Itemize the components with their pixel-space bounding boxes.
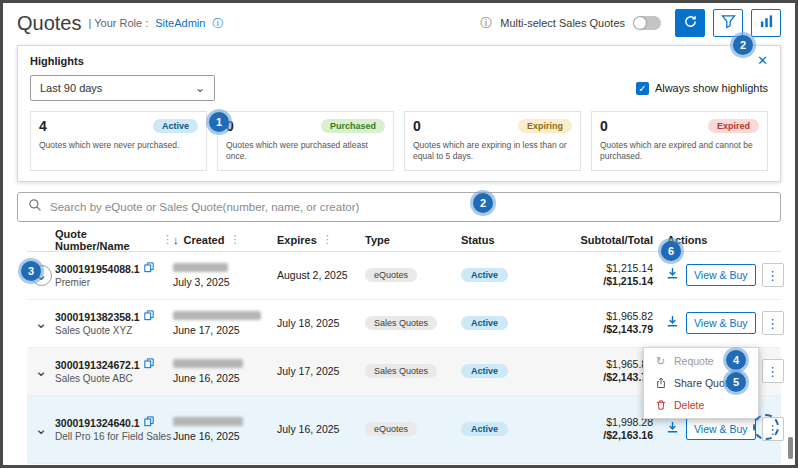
highlights-close-icon[interactable]: ✕: [757, 54, 768, 67]
filter-button[interactable]: [713, 9, 743, 37]
status-badge: Active: [461, 316, 508, 330]
quote-name: Sales Quote XYZ: [55, 325, 173, 336]
search-icon: [28, 198, 42, 216]
requote-icon: ↻: [654, 355, 667, 368]
quote-name: Sales Quote ABC: [55, 373, 173, 384]
search-input[interactable]: [50, 201, 770, 213]
role-value-link[interactable]: SiteAdmin: [155, 17, 205, 29]
copy-icon[interactable]: [144, 358, 154, 371]
status-badge: Active: [461, 268, 508, 282]
annotation-callout-4: 4: [726, 350, 746, 370]
expires-date: July 18, 2025: [277, 317, 365, 329]
created-date: June 16, 2025: [173, 430, 277, 442]
quote-number: 3000191324672.1: [55, 359, 140, 371]
quote-type-badge: Sales Quotes: [365, 316, 437, 330]
active-count: 4: [39, 118, 47, 134]
highlight-card-expired: 0 Expired Quotes which are expired and c…: [591, 111, 768, 171]
view-buy-button[interactable]: View & Buy: [686, 418, 756, 440]
multi-select-toggle[interactable]: [633, 16, 661, 30]
subtotal-value: $1,965.82: [565, 358, 653, 371]
always-show-label: Always show highlights: [655, 82, 768, 94]
always-show-row: ✓ Always show highlights: [636, 82, 768, 95]
download-button[interactable]: [665, 314, 680, 332]
created-date: June 16, 2025: [173, 372, 277, 384]
highlight-cards: 4 Active Quotes which were never purchas…: [30, 111, 768, 171]
date-range-value: Last 90 days: [40, 82, 102, 94]
row-expand-chevron-icon[interactable]: ⌄: [35, 366, 48, 376]
menu-item-delete[interactable]: Delete: [644, 394, 758, 416]
highlight-card-active: 4 Active Quotes which were never purchas…: [30, 111, 207, 171]
chart-button[interactable]: [751, 9, 781, 37]
annotation-callout-2: 2: [733, 35, 753, 55]
quote-type-badge: Sales Quotes: [365, 364, 437, 378]
quotes-table: Quote Number/Name⋮ ↓Created⋮ Expires⋮ Ty…: [27, 228, 781, 464]
expiring-badge: Expiring: [518, 119, 572, 133]
chevron-down-icon: ⌄: [195, 85, 205, 91]
row-actions-menu-button[interactable]: ⋮: [762, 359, 784, 383]
quote-type-badge: eQuotes: [365, 268, 417, 282]
col-type: Type: [365, 234, 390, 246]
row-actions-menu-button[interactable]: ⋮: [762, 311, 784, 335]
expiring-description: Quotes which are expiring in less than o…: [413, 140, 572, 163]
copy-icon[interactable]: [144, 310, 154, 323]
highlights-title: Highlights: [30, 55, 84, 67]
title-group: Quotes | Your Role : SiteAdmin ⓘ: [17, 12, 223, 35]
download-icon: [665, 314, 680, 332]
bar-chart-icon: [759, 14, 774, 33]
created-date: June 17, 2025: [173, 324, 277, 336]
column-menu-icon[interactable]: ⋮: [322, 233, 333, 246]
annotation-dashed-circle: [753, 414, 779, 440]
row-actions-menu-button[interactable]: ⋮: [762, 263, 784, 287]
status-badge: Active: [461, 422, 508, 436]
download-button[interactable]: [665, 420, 680, 438]
total-value: /$1,215.14: [565, 275, 653, 288]
active-badge: Active: [153, 119, 198, 133]
quote-type-badge: eQuotes: [365, 422, 417, 436]
download-icon: [665, 266, 680, 284]
expires-date: July 17, 2025: [277, 365, 365, 377]
share-icon: [654, 377, 667, 389]
copy-icon[interactable]: [144, 262, 154, 275]
quote-name: Premier: [55, 277, 173, 288]
table-row: ⌄ 3000191382358.1 Sales Quote XYZ June 1…: [27, 300, 781, 348]
status-badge: Active: [461, 364, 508, 378]
always-show-checkbox[interactable]: ✓: [636, 82, 649, 95]
trash-icon: [654, 399, 667, 411]
column-menu-icon[interactable]: ⋮: [229, 233, 240, 246]
multi-select-info-icon[interactable]: ⓘ: [480, 15, 492, 32]
top-bar: Quotes | Your Role : SiteAdmin ⓘ ⓘ Multi…: [3, 3, 795, 43]
role-info-icon[interactable]: ⓘ: [212, 16, 223, 31]
annotation-callout-5: 5: [726, 372, 746, 392]
total-value: /$2,143.79: [565, 323, 653, 336]
top-bar-actions: ⓘ Multi-select Sales Quotes: [480, 9, 781, 37]
refresh-button[interactable]: [675, 9, 705, 37]
subtotal-value: $1,215.14: [565, 262, 653, 275]
multi-select-label: Multi-select Sales Quotes: [500, 17, 625, 29]
scrollbar-thumb[interactable]: [788, 437, 793, 459]
annotation-callout-3: 3: [21, 261, 41, 281]
annotation-callout-1: 1: [209, 112, 229, 132]
copy-icon[interactable]: [144, 416, 154, 429]
expired-count: 0: [600, 118, 608, 134]
column-menu-icon[interactable]: ⋮: [162, 233, 173, 246]
view-buy-button[interactable]: View & Buy: [686, 264, 756, 286]
page-title: Quotes: [17, 12, 81, 35]
date-range-select[interactable]: Last 90 days ⌄: [30, 75, 215, 101]
redacted-creator-name: [173, 263, 228, 272]
search-bar: [17, 192, 781, 222]
row-expand-chevron-icon[interactable]: ⌄: [35, 318, 48, 328]
highlights-panel: Highlights ✕ Last 90 days ⌄ ✓ Always sho…: [17, 45, 781, 182]
row-expand-chevron-icon[interactable]: ⌄: [35, 424, 48, 434]
view-buy-button[interactable]: View & Buy: [686, 312, 756, 334]
col-expires: Expires: [277, 234, 317, 246]
download-button[interactable]: [665, 266, 680, 284]
menu-item-label: Share Quote: [674, 377, 734, 389]
total-value: /$2,143.79: [565, 371, 653, 384]
menu-item-label: Delete: [674, 399, 704, 411]
highlight-card-purchased: 0 Purchased Quotes which were purchased …: [217, 111, 394, 171]
filter-icon: [721, 14, 736, 33]
subtotal-value: $1,965.82: [565, 310, 653, 323]
sort-desc-icon[interactable]: ↓: [173, 234, 179, 246]
toggle-knob: [634, 17, 646, 29]
expires-date: July 16, 2025: [277, 423, 365, 435]
